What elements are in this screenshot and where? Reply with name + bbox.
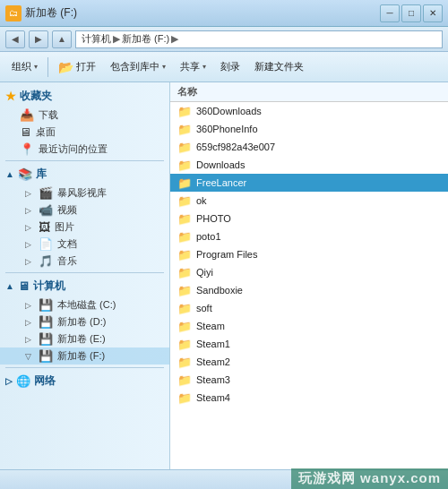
sidebar-item-video[interactable]: ▷ 📹 视频 (0, 202, 169, 219)
file-item-659cf-label: 659cf982a43e007 (196, 142, 275, 152)
address-path[interactable]: 计算机 ▶ 新加卷 (F:) ▶ (75, 30, 443, 48)
drive-d-icon: 💾 (39, 315, 53, 329)
folder-icon-freelancer: 📁 (177, 176, 192, 190)
file-item-360downloads[interactable]: 📁 360Downloads (170, 102, 448, 120)
maximize-button[interactable]: □ (401, 4, 421, 22)
file-item-steam4[interactable]: 📁 Steam4 (170, 389, 448, 407)
open-icon: 📂 (58, 60, 73, 74)
folder-icon-sandboxie: 📁 (177, 284, 192, 297)
sidebar-item-music-label: 音乐 (57, 254, 77, 268)
file-item-photo[interactable]: 📁 PHOTO (170, 210, 448, 227)
file-item-steam3-label: Steam3 (196, 374, 230, 385)
sidebar-item-desktop-label: 桌面 (36, 125, 56, 139)
file-item-ok[interactable]: 📁 ok (170, 192, 448, 210)
document-arrow: ▷ (25, 240, 34, 249)
sidebar-item-desktop[interactable]: 🖥 桌面 (0, 124, 169, 141)
address-segment-computer: 计算机 (82, 32, 111, 46)
file-item-659cf[interactable]: 📁 659cf982a43e007 (170, 138, 448, 156)
folder-icon-soft: 📁 (177, 302, 192, 315)
folder-icon-recent: 📍 (20, 142, 34, 156)
sidebar-item-music[interactable]: ▷ 🎵 音乐 (0, 253, 169, 270)
divider-2 (5, 272, 164, 273)
drive-d-arrow: ▷ (25, 318, 34, 327)
network-header[interactable]: ▷ 🌐 网络 (0, 371, 169, 391)
sidebar-item-drive-c[interactable]: ▷ 💾 本地磁盘 (C:) (0, 296, 169, 313)
file-list-header: 名称 (170, 82, 448, 102)
open-button[interactable]: 📂 打开 (52, 56, 102, 79)
share-label: 共享 (180, 60, 200, 73)
folder-icon-360downloads: 📁 (177, 105, 192, 118)
folder-icon-qiyi: 📁 (177, 266, 192, 279)
sidebar: ★ 收藏夹 📥 下载 🖥 桌面 📍 最近访问的位置 ▲ 📚 库 (0, 82, 170, 469)
file-item-poto1-label: poto1 (196, 231, 221, 242)
sidebar-item-drive-f-label: 新加卷 (F:) (57, 349, 105, 363)
file-item-soft[interactable]: 📁 soft (170, 299, 448, 317)
up-button[interactable]: ▲ (52, 30, 72, 48)
file-item-poto1[interactable]: 📁 poto1 (170, 227, 448, 245)
sidebar-item-document-label: 文档 (57, 237, 77, 251)
sidebar-item-drive-e[interactable]: ▷ 💾 新加卷 (E:) (0, 330, 169, 347)
sidebar-item-document[interactable]: ▷ 📄 文档 (0, 236, 169, 253)
file-item-steam3[interactable]: 📁 Steam3 (170, 371, 448, 389)
toolbar: 组织 ▾ 📂 打开 包含到库中 ▾ 共享 ▾ 刻录 新建文件夹 (0, 52, 448, 82)
file-item-steam[interactable]: 📁 Steam (170, 317, 448, 335)
sidebar-item-baofeng-label: 暴风影视库 (57, 186, 107, 200)
sidebar-item-recent[interactable]: 📍 最近访问的位置 (0, 141, 169, 158)
burn-label: 刻录 (220, 60, 240, 73)
new-folder-button[interactable]: 新建文件夹 (248, 56, 310, 79)
file-item-freelancer-label: FreeLancer (196, 177, 246, 188)
sidebar-item-downloads[interactable]: 📥 下载 (0, 107, 169, 124)
folder-icon-baofeng: 🎬 (39, 186, 53, 200)
sidebar-item-drive-f[interactable]: ▽ 💾 新加卷 (F:) (0, 347, 169, 365)
sidebar-item-picture[interactable]: ▷ 🖼 图片 (0, 219, 169, 236)
video-arrow: ▷ (25, 206, 34, 215)
computer-header[interactable]: ▲ 🖥 计算机 (0, 276, 169, 296)
folder-icon-desktop: 🖥 (20, 125, 31, 139)
file-item-downloads[interactable]: 📁 Downloads (170, 156, 448, 174)
divider-3 (5, 367, 164, 368)
drive-e-arrow: ▷ (25, 335, 34, 344)
close-button[interactable]: ✕ (423, 4, 443, 22)
network-section: ▷ 🌐 网络 (0, 371, 169, 391)
burn-button[interactable]: 刻录 (214, 56, 246, 79)
library-label: 库 (36, 167, 47, 182)
address-segment-drive: 新加卷 (F:) (122, 32, 169, 46)
sidebar-item-picture-label: 图片 (55, 220, 74, 234)
window-controls: ─ □ ✕ (380, 4, 443, 22)
file-item-360phoneinfo[interactable]: 📁 360PhoneInfo (170, 120, 448, 138)
file-item-downloads-label: Downloads (196, 159, 245, 170)
minimize-button[interactable]: ─ (380, 4, 400, 22)
computer-folder-icon: 🖥 (18, 279, 30, 293)
file-item-steam1[interactable]: 📁 Steam1 (170, 335, 448, 353)
include-button[interactable]: 包含到库中 ▾ (104, 56, 172, 79)
forward-button[interactable]: ▶ (29, 30, 48, 48)
window-title: 新加卷 (F:) (25, 5, 77, 21)
separator-1 (47, 57, 48, 77)
file-item-freelancer[interactable]: 📁 FreeLancer (170, 174, 448, 192)
library-header[interactable]: ▲ 📚 库 (0, 164, 169, 184)
file-item-steam4-label: Steam4 (196, 392, 230, 403)
file-item-qiyi[interactable]: 📁 Qiyi (170, 263, 448, 281)
file-item-steam2[interactable]: 📁 Steam2 (170, 353, 448, 371)
file-list: 名称 📁 360Downloads 📁 360PhoneInfo 📁 659cf… (170, 82, 448, 469)
file-item-sandboxie[interactable]: 📁 Sandboxie (170, 281, 448, 299)
back-button[interactable]: ◀ (5, 30, 25, 48)
baofeng-arrow: ▷ (25, 189, 34, 198)
share-button[interactable]: 共享 ▾ (174, 56, 212, 79)
sidebar-item-drive-d[interactable]: ▷ 💾 新加卷 (D:) (0, 313, 169, 330)
picture-arrow: ▷ (25, 223, 34, 232)
divider-1 (5, 160, 164, 161)
file-item-steam2-label: Steam2 (196, 356, 230, 367)
file-item-programfiles[interactable]: 📁 Program Files (170, 245, 448, 263)
folder-icon-downloads: 📁 (177, 159, 192, 172)
folder-icon-steam3: 📁 (177, 373, 192, 387)
folder-icon-document: 📄 (39, 237, 53, 251)
organize-button[interactable]: 组织 ▾ (5, 56, 44, 79)
file-item-photo-label: PHOTO (196, 213, 231, 224)
open-label: 打开 (76, 60, 96, 73)
favorites-header[interactable]: ★ 收藏夹 (0, 86, 169, 107)
sidebar-item-baofeng[interactable]: ▷ 🎬 暴风影视库 (0, 184, 169, 202)
folder-icon-steam2: 📁 (177, 356, 192, 369)
file-item-soft-label: soft (196, 303, 212, 313)
network-label: 网络 (34, 373, 56, 389)
